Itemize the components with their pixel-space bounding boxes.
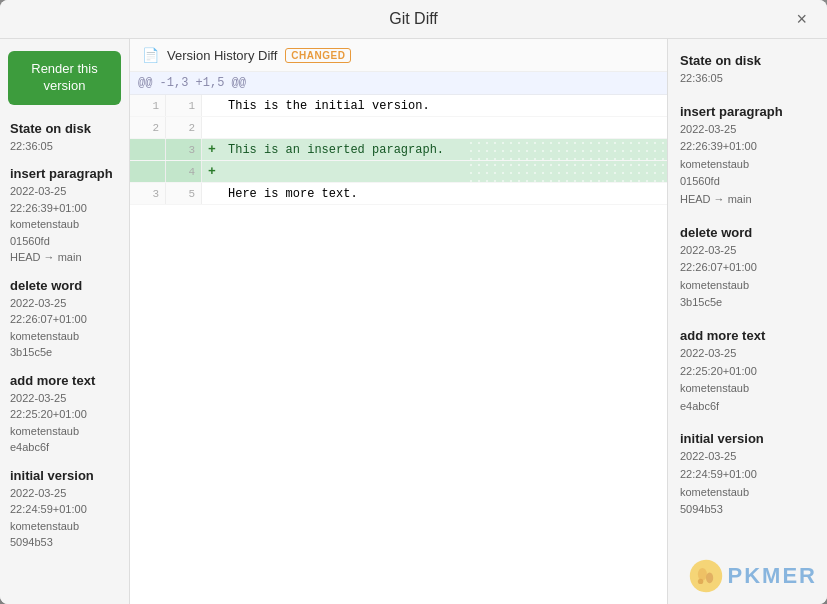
pkmer-watermark: PKMER — [688, 558, 817, 594]
svg-point-2 — [706, 572, 713, 583]
diff-content: @@ -1,3 +1,5 @@ 1 1 This is the initial … — [130, 72, 667, 604]
right-version-title-1: insert paragraph — [680, 104, 815, 119]
right-version-meta-0: 22:36:05 — [680, 70, 815, 88]
right-sidebar: State on disk 22:36:05 insert paragraph … — [667, 39, 827, 604]
diff-sign-5 — [202, 183, 222, 204]
left-version-date-4: 2022-03-25 22:24:59+01:00 kometenstaub 5… — [10, 485, 119, 551]
diff-sign-1 — [202, 95, 222, 116]
diff-filename: Version History Diff — [167, 48, 277, 63]
left-version-date-0: 22:36:05 — [10, 138, 119, 155]
diff-sign-3: + — [202, 139, 222, 160]
right-version-1[interactable]: insert paragraph 2022-03-25 22:26:39+01:… — [668, 98, 827, 219]
diff-sign-4: + — [202, 161, 222, 182]
svg-point-3 — [697, 579, 702, 584]
left-version-add-more-text[interactable]: add more text 2022-03-25 22:25:20+01:00 … — [0, 369, 129, 464]
changed-badge: CHANGED — [285, 48, 351, 63]
right-version-2[interactable]: delete word 2022-03-25 22:26:07+01:00 ko… — [668, 219, 827, 322]
left-sidebar: Render this version State on disk 22:36:… — [0, 39, 130, 604]
line-num-new-4: 4 — [166, 161, 202, 182]
git-diff-modal: Git Diff × Render this version State on … — [0, 0, 827, 604]
diff-row-4: 4 + — [130, 161, 667, 183]
line-num-new-1: 1 — [166, 95, 202, 116]
right-version-3[interactable]: add more text 2022-03-25 22:25:20+01:00 … — [668, 322, 827, 425]
left-version-date-1: 2022-03-25 22:26:39+01:00 kometenstaub 0… — [10, 183, 119, 266]
modal-overlay: Git Diff × Render this version State on … — [0, 0, 827, 604]
left-version-date-2: 2022-03-25 22:26:07+01:00 kometenstaub 3… — [10, 295, 119, 361]
line-num-old-5: 3 — [130, 183, 166, 204]
close-button[interactable]: × — [788, 5, 815, 34]
left-version-title-0: State on disk — [10, 121, 119, 136]
right-version-4[interactable]: initial version 2022-03-25 22:24:59+01:0… — [668, 425, 827, 528]
right-version-meta-1: 2022-03-25 22:26:39+01:00 kometenstaub 0… — [680, 121, 815, 209]
line-num-new-5: 5 — [166, 183, 202, 204]
left-version-title-2: delete word — [10, 278, 119, 293]
diff-text-5: Here is more text. — [222, 183, 667, 204]
left-version-state-on-disk[interactable]: State on disk 22:36:05 — [0, 117, 129, 163]
modal-body: Render this version State on disk 22:36:… — [0, 39, 827, 604]
diff-row-3: 3 + This is an inserted paragraph. — [130, 139, 667, 161]
diff-text-4 — [222, 161, 667, 182]
left-version-title-3: add more text — [10, 373, 119, 388]
line-num-new-2: 2 — [166, 117, 202, 138]
diff-row-1: 1 1 This is the initial version. — [130, 95, 667, 117]
right-version-meta-4: 2022-03-25 22:24:59+01:00 kometenstaub 5… — [680, 448, 815, 518]
left-version-date-3: 2022-03-25 22:25:20+01:00 kometenstaub e… — [10, 390, 119, 456]
modal-header: Git Diff × — [0, 0, 827, 39]
pkmer-logo-icon — [688, 558, 724, 594]
diff-row-2: 2 2 — [130, 117, 667, 139]
right-version-0[interactable]: State on disk 22:36:05 — [668, 47, 827, 98]
diff-text-2 — [222, 117, 667, 138]
diff-header: 📄 Version History Diff CHANGED — [130, 39, 667, 72]
diff-sign-2 — [202, 117, 222, 138]
right-version-title-2: delete word — [680, 225, 815, 240]
right-version-title-4: initial version — [680, 431, 815, 446]
line-num-new-3: 3 — [166, 139, 202, 160]
right-version-meta-2: 2022-03-25 22:26:07+01:00 kometenstaub 3… — [680, 242, 815, 312]
line-num-old-3 — [130, 139, 166, 160]
file-icon: 📄 — [142, 47, 159, 63]
left-version-title-1: insert paragraph — [10, 166, 119, 181]
svg-point-1 — [697, 568, 706, 581]
line-num-old-2: 2 — [130, 117, 166, 138]
line-num-old-4 — [130, 161, 166, 182]
right-version-title-3: add more text — [680, 328, 815, 343]
left-version-delete-word[interactable]: delete word 2022-03-25 22:26:07+01:00 ko… — [0, 274, 129, 369]
render-version-button[interactable]: Render this version — [8, 51, 121, 105]
diff-text-1: This is the initial version. — [222, 95, 667, 116]
diff-area: 📄 Version History Diff CHANGED @@ -1,3 +… — [130, 39, 667, 604]
left-version-insert-paragraph[interactable]: insert paragraph 2022-03-25 22:26:39+01:… — [0, 162, 129, 274]
left-version-initial[interactable]: initial version 2022-03-25 22:24:59+01:0… — [0, 464, 129, 559]
diff-meta-line: @@ -1,3 +1,5 @@ — [130, 72, 667, 95]
line-num-old-1: 1 — [130, 95, 166, 116]
modal-title: Git Diff — [389, 10, 438, 28]
right-version-title-0: State on disk — [680, 53, 815, 68]
diff-text-3: This is an inserted paragraph. — [222, 139, 667, 160]
left-version-title-4: initial version — [10, 468, 119, 483]
right-version-meta-3: 2022-03-25 22:25:20+01:00 kometenstaub e… — [680, 345, 815, 415]
pkmer-text: PKMER — [728, 563, 817, 589]
diff-row-5: 3 5 Here is more text. — [130, 183, 667, 205]
